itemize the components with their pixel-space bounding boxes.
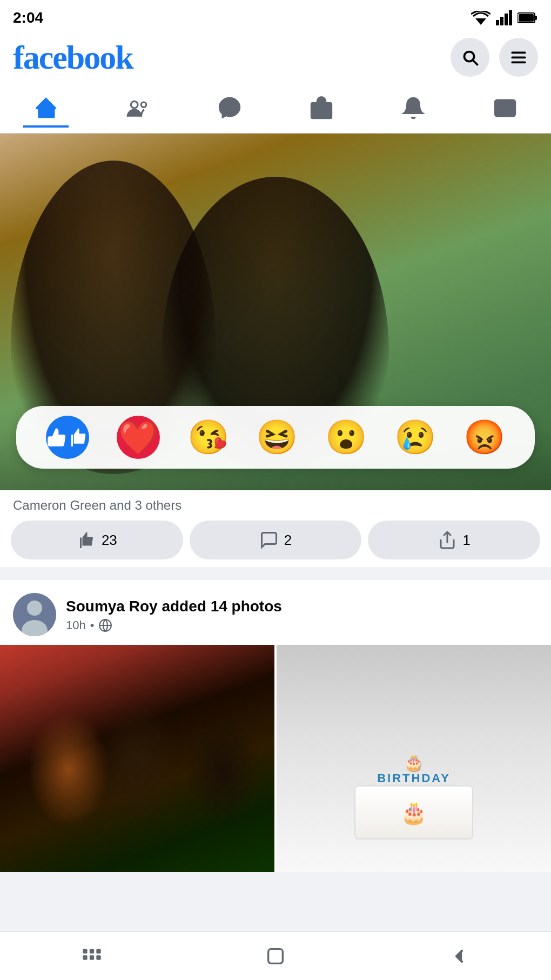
svg-rect-8 — [512, 52, 526, 54]
nav-marketplace[interactable] — [299, 91, 344, 128]
status-icons — [471, 10, 538, 25]
time-text: 10h — [66, 618, 86, 632]
reaction-love-btn[interactable]: ❤️ — [117, 416, 160, 459]
messenger-icon — [218, 96, 241, 120]
comment-count: 2 — [284, 532, 292, 549]
svg-rect-20 — [83, 949, 87, 953]
comment-action-icon — [259, 530, 279, 550]
post-actions: 23 2 1 — [0, 513, 551, 567]
battery-icon — [518, 12, 538, 24]
status-time: 2:04 — [13, 9, 43, 26]
photo-grid-item-1[interactable] — [0, 645, 274, 872]
svg-rect-25 — [96, 955, 100, 959]
like-count: 23 — [102, 532, 117, 549]
svg-rect-7 — [519, 14, 534, 22]
reaction-sad-btn[interactable]: 😮 — [325, 418, 367, 457]
post-2-avatar — [13, 593, 56, 636]
svg-rect-2 — [500, 17, 503, 25]
svg-rect-3 — [505, 14, 508, 25]
post-image-container: evenodd ❤️ 😘 😆 😮 😢 😡 — [0, 134, 551, 490]
svg-rect-9 — [512, 57, 526, 59]
svg-rect-4 — [509, 10, 512, 25]
svg-rect-10 — [512, 62, 526, 64]
wifi-icon — [471, 11, 490, 25]
svg-rect-24 — [90, 955, 94, 959]
like-action-icon — [77, 530, 96, 550]
thumbs-up-icon: evenodd — [46, 424, 68, 451]
watch-icon — [493, 96, 517, 120]
svg-rect-6 — [535, 16, 537, 20]
nav-home[interactable] — [23, 91, 69, 128]
bottom-back[interactable] — [438, 940, 481, 972]
bell-icon — [401, 96, 425, 120]
photo-count: 14 photos — [211, 598, 282, 615]
svg-rect-13 — [312, 103, 332, 118]
marketplace-icon — [310, 96, 333, 120]
status-bar: 2:04 — [0, 0, 551, 32]
friends-icon — [126, 96, 150, 120]
header-actions — [451, 38, 538, 77]
share-action-icon — [438, 530, 457, 550]
bottom-recent-apps[interactable] — [70, 940, 113, 972]
reactions-overlay: evenodd ❤️ 😘 😆 😮 😢 😡 — [16, 406, 535, 469]
svg-point-17 — [27, 601, 42, 616]
post-2-header: Soumya Roy added 14 photos 10h • — [0, 580, 551, 645]
search-icon — [460, 48, 480, 67]
svg-point-12 — [141, 102, 146, 107]
nav-watch[interactable] — [482, 91, 528, 128]
post-2-meta: Soumya Roy added 14 photos 10h • — [66, 597, 538, 632]
post-2-photo-grid: 🎂 BIRTHDAY 🎂 — [0, 645, 551, 872]
menu-icon — [509, 48, 528, 67]
reaction-like-btn[interactable]: evenodd — [46, 416, 89, 459]
svg-rect-22 — [96, 949, 100, 953]
post-card-1: evenodd ❤️ 😘 😆 😮 😢 😡 Cameron Green a — [0, 134, 551, 567]
home-icon — [34, 96, 58, 120]
post-action-text: added — [162, 598, 210, 615]
signal-icon — [496, 10, 512, 25]
search-button[interactable] — [451, 38, 489, 77]
bottom-home-icon — [265, 945, 286, 967]
svg-rect-21 — [90, 949, 94, 953]
nav-friends[interactable] — [115, 91, 160, 128]
share-count: 1 — [462, 532, 470, 549]
recent-apps-icon — [81, 945, 103, 967]
like-icon-inner — [68, 424, 89, 451]
like-button[interactable]: 23 — [11, 521, 183, 559]
avatar-image — [13, 593, 56, 636]
nav-notifications[interactable] — [391, 91, 436, 128]
post-2-time: 10h • — [66, 618, 538, 632]
love-emoji: ❤️ — [118, 418, 159, 457]
menu-button[interactable] — [499, 38, 538, 77]
svg-rect-26 — [268, 949, 283, 963]
svg-rect-23 — [83, 955, 87, 959]
svg-rect-1 — [496, 20, 499, 25]
author-name: Soumya Roy — [66, 598, 158, 615]
photo-grid-item-2[interactable]: 🎂 BIRTHDAY 🎂 — [277, 645, 551, 872]
back-icon — [448, 945, 470, 967]
comment-button[interactable]: 2 — [190, 521, 362, 559]
time-dot: • — [90, 618, 95, 632]
post-card-2: Soumya Roy added 14 photos 10h • — [0, 580, 551, 872]
svg-point-11 — [131, 101, 138, 108]
globe-icon — [98, 618, 112, 632]
avatar-inner — [13, 593, 56, 636]
header: facebook — [0, 32, 551, 85]
post-likers: Cameron Green and 3 others — [0, 490, 551, 513]
svg-marker-0 — [475, 18, 486, 25]
reaction-wow-btn[interactable]: 😆 — [256, 418, 298, 457]
bottom-spacer — [0, 878, 551, 927]
nav-bar — [0, 85, 551, 134]
feed-divider — [0, 574, 551, 580]
bottom-nav — [0, 931, 551, 980]
bottom-home[interactable] — [254, 940, 297, 972]
reaction-haha-btn[interactable]: 😘 — [187, 418, 229, 457]
reaction-angry-btn[interactable]: 😢 — [394, 418, 436, 457]
post-2-author: Soumya Roy added 14 photos — [66, 597, 538, 616]
facebook-logo: facebook — [13, 38, 133, 77]
share-button[interactable]: 1 — [368, 521, 540, 559]
reaction-extra-btn[interactable]: 😡 — [463, 418, 505, 457]
nav-messenger[interactable] — [207, 91, 252, 128]
